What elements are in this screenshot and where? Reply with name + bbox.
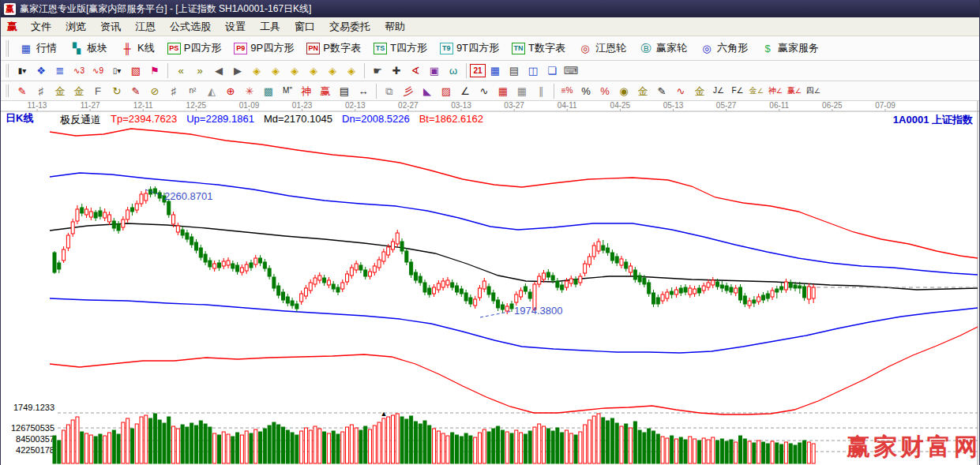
tool-percent[interactable]: %	[576, 83, 595, 99]
tool-angle-mirror[interactable]: ◭	[202, 83, 221, 99]
tool-wave-9[interactable]: ∿9	[88, 62, 107, 79]
toolbar-button-p-sifangxing[interactable]: PSP四方形	[161, 39, 228, 58]
tool-windows[interactable]: ❏	[543, 62, 561, 79]
toolbar-button-jiangenlun[interactable]: ◎江恩轮	[572, 39, 633, 58]
toolbar-button-bankuai[interactable]: ▚板块	[63, 39, 114, 58]
toolbar-button-yingjiafuwu[interactable]: $赢家服务	[754, 39, 825, 58]
tool-info-doc[interactable]: ≣	[51, 62, 69, 79]
menu-item-2[interactable]: 资讯	[93, 17, 128, 36]
tool-grid-gray[interactable]: ▦	[513, 83, 531, 99]
tool-box-tool[interactable]: ▣	[425, 62, 444, 79]
tool-m-quote[interactable]: M"	[278, 83, 297, 99]
volume-bar-down	[323, 432, 326, 463]
menu-item-7[interactable]: 窗口	[287, 17, 322, 36]
tool-gann-diamond-full[interactable]: ◈	[342, 62, 361, 79]
volume-bar-up	[66, 425, 69, 463]
tool-grid-ticks[interactable]: ♯	[32, 83, 51, 99]
tool-first-page[interactable]: «	[171, 62, 190, 79]
tool-angle-line[interactable]: ∠	[456, 83, 475, 99]
tool-web-grid[interactable]: ▩	[259, 83, 278, 99]
tool-last-page[interactable]: »	[190, 62, 209, 79]
toolbar-button-p-shuzibiao[interactable]: PNP数字表	[300, 39, 367, 58]
tool-gold-lines[interactable]: 金	[633, 83, 652, 99]
tool-slashes[interactable]: ∥	[531, 83, 550, 99]
toolbar-button-kline[interactable]: ╫K线	[114, 39, 161, 58]
tool-jin-angle[interactable]: 金∠	[747, 83, 766, 99]
toolbar-button-liujiaoxing[interactable]: ◎六角形	[693, 39, 754, 58]
toolbar-button-t-sifangxing[interactable]: TST四方形	[367, 39, 434, 58]
tool-si-angle[interactable]: 四∠	[804, 83, 823, 99]
tool-gann-diamond-expand[interactable]: ◈	[285, 62, 304, 79]
tool-wave-line[interactable]: ∿	[475, 83, 494, 99]
tool-notepad[interactable]: ▤	[505, 62, 524, 79]
tool-grid-red[interactable]: ▦	[494, 83, 513, 99]
tool-grid-diag[interactable]: ▨	[437, 83, 456, 99]
tool-gann-diamond-center[interactable]: ◈	[323, 62, 342, 79]
tool-f-grid[interactable]: F	[88, 83, 107, 99]
tool-web-red[interactable]: ✳	[240, 83, 259, 99]
tool-shen-tool[interactable]: 神	[297, 83, 316, 99]
tool-remote[interactable]: ⌨	[561, 62, 580, 79]
tool-color-flag[interactable]: ⚑	[145, 62, 164, 79]
menu-item-6[interactable]: 工具	[253, 17, 287, 36]
tool-percent-red[interactable]: %	[595, 83, 614, 99]
tool-gann-diamond-shrink[interactable]: ◈	[304, 62, 323, 79]
tool-next-bar[interactable]: ▶	[228, 62, 247, 79]
tool-gold-grid-1[interactable]: 金	[51, 83, 69, 99]
tool-spiral[interactable]: ↻	[107, 83, 126, 99]
toolbar-button-9p-sifangxing[interactable]: P99P四方形	[227, 39, 300, 58]
tool-percent-band[interactable]: ≡%	[558, 83, 576, 99]
toolbar-button-9t-sifangxing[interactable]: T99T四方形	[434, 39, 505, 58]
tool-gold-circle[interactable]: ◉	[614, 83, 633, 99]
menu-item-1[interactable]: 浏览	[58, 17, 93, 36]
toolbar-button-yingjialun[interactable]: Ⓑ赢家轮	[633, 39, 693, 58]
tool-period-selector[interactable]: ▮▾	[13, 62, 32, 79]
menu-item-0[interactable]: 文件	[24, 17, 58, 36]
tool-wave-red[interactable]: ∿	[671, 83, 690, 99]
tool-shen-angle[interactable]: 神∠	[766, 83, 785, 99]
tool-ying-angle[interactable]: 赢∠	[785, 83, 804, 99]
tool-ruler-123[interactable]: ▤	[335, 83, 354, 99]
tool-red-target[interactable]: ⊕	[221, 83, 240, 99]
tool-ying-tool[interactable]: 赢	[316, 83, 335, 99]
tool-gold-grid-2[interactable]: 金	[69, 83, 88, 99]
menu-item-9[interactable]: 帮助	[377, 17, 412, 36]
tool-gold-angle[interactable]: 金	[690, 83, 709, 99]
tool-fan-purple[interactable]: ◣	[418, 83, 437, 99]
tool-hand-tool[interactable]: ☛	[368, 62, 387, 79]
menu-item-3[interactable]: 江恩	[128, 17, 163, 36]
tool-n-squared[interactable]: n²	[183, 83, 202, 99]
tool-box-fan[interactable]: ⧉	[380, 83, 399, 99]
tool-brush-alert[interactable]: ✎	[652, 83, 671, 99]
tool-gann-x[interactable]: ▧	[126, 62, 145, 79]
tool-hash-2[interactable]: ♯	[164, 83, 183, 99]
panel-label[interactable]: 日K线	[6, 111, 33, 126]
indicator-name[interactable]: 极反通道	[60, 113, 101, 127]
tool-candle-style[interactable]: ▯▾	[107, 62, 126, 79]
toolbar-button-t-shuzibiao[interactable]: TNT数字表	[505, 39, 572, 58]
toolbar-button-hangqing[interactable]: ▦行情	[13, 39, 63, 58]
tool-gann-diamond-left[interactable]: ◈	[247, 62, 266, 79]
tool-pencil-2[interactable]: ✎	[126, 83, 145, 99]
tool-wave-3[interactable]: ∿3	[69, 62, 88, 79]
tool-calculator[interactable]: ▦	[486, 62, 505, 79]
tool-save[interactable]: ◫	[524, 62, 543, 79]
tool-fan-red[interactable]: 彡	[399, 83, 418, 99]
menu-item-5[interactable]: 设置	[218, 17, 253, 36]
menu-item-4[interactable]: 公式选股	[163, 17, 218, 36]
chart-area[interactable]: 11-1311-2712-1112-2501-0901-2302-1302-27…	[1, 101, 980, 465]
tool-crosshair-tool[interactable]: ✚	[387, 62, 406, 79]
tool-width-arrows[interactable]: ↔	[354, 83, 373, 99]
tool-cycle-tool[interactable]: ω	[444, 62, 463, 79]
menu-item-8[interactable]: 交易委托	[322, 17, 377, 36]
price-chart-svg[interactable]: 11-1311-2712-1112-2501-0901-2302-1302-27…	[1, 101, 980, 465]
tool-gann-net[interactable]: ❖	[32, 62, 51, 79]
tool-calendar[interactable]: 21	[470, 64, 486, 77]
tool-pencil[interactable]: ✎	[13, 83, 32, 99]
tool-j-angle[interactable]: J∠	[709, 83, 728, 99]
tool-prev-bar[interactable]: ◀	[209, 62, 228, 79]
tool-gann-diamond-right[interactable]: ◈	[266, 62, 285, 79]
tool-angle-tool[interactable]: ∢	[406, 62, 425, 79]
tool-f-angle[interactable]: F∠	[728, 83, 747, 99]
tool-circle-dash[interactable]: ⊘	[145, 83, 164, 99]
